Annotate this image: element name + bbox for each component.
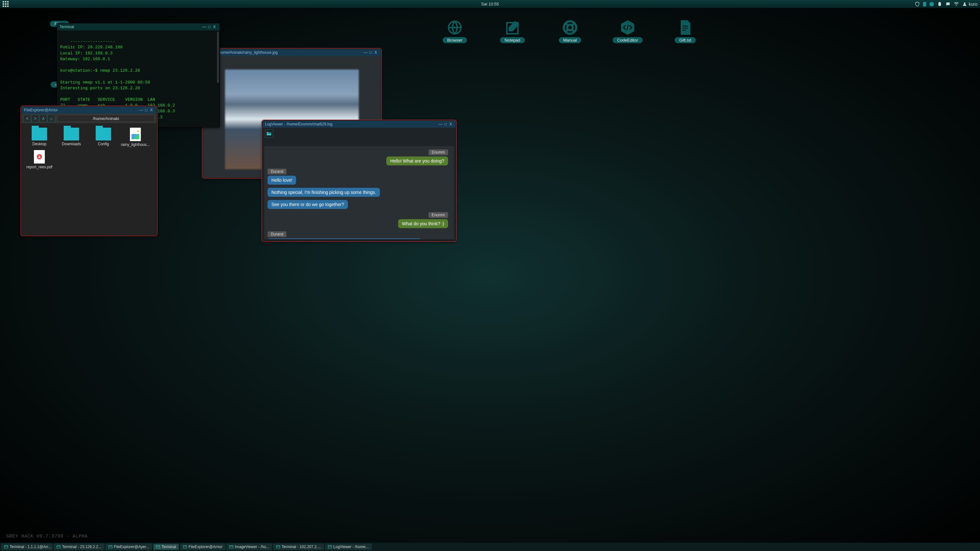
svg-rect-22 — [328, 546, 332, 548]
clock: Sat 10:55 — [481, 2, 499, 6]
window-icon — [276, 545, 280, 548]
pdf-file-icon — [34, 150, 45, 164]
fileexplorer-window[interactable]: FileExplorer@Arrior — □ X < > ∧ ⌂ /home/… — [21, 106, 157, 235]
taskbar-label: Terminal - 1.1.1.1@Arr... — [10, 545, 51, 549]
svg-rect-0 — [939, 2, 941, 6]
file-label: rainy_lighthous... — [121, 142, 150, 147]
taskbar-item[interactable]: Terminal — [153, 544, 179, 550]
folder-icon — [32, 128, 47, 140]
file-icon — [676, 19, 695, 36]
explorer-titlebar[interactable]: FileExplorer@Arrior — □ X — [21, 106, 156, 114]
version-text: GREY HACK V0.7.3799 - ALPHA — [6, 534, 88, 539]
close-button[interactable]: X — [448, 122, 453, 126]
folder-icon — [64, 128, 79, 140]
sender-tag: Durand — [267, 231, 286, 237]
taskbar-item[interactable]: FileExplorer@Ayer... — [106, 544, 152, 550]
svg-point-2 — [964, 2, 965, 4]
maximize-button[interactable]: □ — [368, 50, 373, 55]
system-tray: kuro — [915, 2, 977, 7]
close-button[interactable]: X — [373, 50, 378, 55]
wifi-icon[interactable] — [954, 2, 959, 7]
minimize-button[interactable]: — — [138, 108, 144, 112]
user-menu[interactable]: kuro — [962, 2, 977, 7]
explorer-file-grid[interactable]: DesktopDownloadsConfigrainy_lighthous...… — [21, 123, 156, 228]
globe-icon — [445, 19, 465, 36]
taskbar-item[interactable]: Terminal - 102.207.2.... — [273, 544, 324, 550]
taskbar-item[interactable]: LogViewer - /home... — [325, 544, 372, 550]
lifebuoy-icon — [560, 19, 580, 36]
imageviewer-title: iewer - /home/Aninaki/rainy_lighthouse.j… — [205, 50, 363, 55]
chat-bubble: Hello! What are you doing? — [386, 156, 448, 165]
window-icon — [108, 545, 112, 548]
file-item[interactable]: Desktop — [24, 128, 55, 147]
terminal-titlebar[interactable]: Terminal — □ X — [57, 23, 220, 30]
taskbar-item[interactable]: FileExplorer@Arrior — [180, 544, 225, 550]
file-item[interactable]: Downloads — [56, 128, 87, 147]
shield-icon[interactable] — [915, 2, 920, 7]
maximize-button[interactable]: □ — [144, 108, 149, 112]
folder-open-icon — [266, 131, 272, 136]
logviewer-titlebar[interactable]: LogViewer - /home/Enumm/chat629.log — □ … — [262, 121, 456, 128]
sender-tag: Enumm — [428, 149, 448, 155]
scrollbar-thumb[interactable] — [217, 32, 219, 83]
taskbar-item[interactable]: Terminal - 23.126.2.2... — [54, 544, 104, 550]
tray-indicator-2[interactable] — [929, 2, 934, 6]
desktop-icon-codeeditor[interactable]: CodeEditor — [612, 19, 644, 43]
window-icon — [57, 545, 60, 548]
chat-icon[interactable] — [945, 2, 951, 7]
chat-message: See you there or do we go together? — [267, 200, 448, 211]
chat-message: EnummWhat do you think? :) — [267, 212, 448, 230]
open-file-button[interactable] — [265, 129, 273, 138]
file-label: Desktop — [32, 142, 46, 146]
desktop-icon-notepad[interactable]: Notepad — [496, 19, 528, 43]
close-button[interactable]: X — [149, 108, 154, 112]
window-icon — [4, 545, 8, 548]
sender-tag: Enumm — [428, 212, 448, 218]
desktop-icon-gift[interactable]: Gift.txt — [669, 19, 701, 43]
nav-forward-button[interactable]: > — [31, 114, 39, 122]
file-label: report_rees.pdf — [26, 165, 52, 169]
desktop-icon-label: Gift.txt — [675, 37, 696, 43]
logviewer-body: EnummHello! What are you doing?DurandHel… — [262, 128, 456, 241]
svg-rect-10 — [57, 546, 60, 548]
svg-rect-20 — [276, 546, 280, 548]
minimize-button[interactable]: — — [438, 122, 443, 126]
file-label: Config — [98, 142, 109, 146]
minimize-button[interactable]: — — [202, 25, 207, 29]
taskbar-item[interactable]: ImageViewer - /ho... — [227, 544, 272, 550]
desktop-icon-browser[interactable]: Browser — [439, 19, 471, 43]
svg-rect-8 — [5, 546, 8, 548]
nav-home-button[interactable]: ⌂ — [48, 114, 55, 122]
menubar: Sat 10:55 kuro — [0, 0, 980, 8]
file-item[interactable]: report_rees.pdf — [24, 150, 55, 169]
clipboard-icon[interactable] — [937, 2, 942, 7]
tray-indicator-1[interactable] — [923, 2, 926, 6]
nav-back-button[interactable]: < — [23, 114, 31, 122]
imageviewer-titlebar[interactable]: iewer - /home/Aninaki/rainy_lighthouse.j… — [203, 49, 381, 56]
chat-log[interactable]: EnummHello! What are you doing?DurandHel… — [264, 146, 454, 239]
file-label: Downloads — [62, 142, 81, 146]
window-icon — [328, 545, 332, 548]
nav-up-button[interactable]: ∧ — [39, 114, 47, 122]
svg-rect-18 — [229, 546, 233, 548]
maximize-button[interactable]: □ — [443, 122, 448, 126]
taskbar-label: LogViewer - /home... — [334, 545, 369, 549]
apps-menu-icon[interactable] — [3, 1, 9, 7]
taskbar-item[interactable]: Terminal - 1.1.1.1@Arr... — [1, 544, 52, 550]
window-icon — [156, 545, 160, 548]
desktop-icon-manual[interactable]: Manual — [554, 19, 586, 43]
close-button[interactable]: X — [212, 25, 217, 29]
file-item[interactable]: rainy_lighthous... — [120, 128, 151, 147]
path-field[interactable]: /home/Aninaki — [57, 115, 154, 122]
logviewer-window[interactable]: LogViewer - /home/Enumm/chat629.log — □ … — [262, 120, 456, 241]
chat-message: Nothing special, I'm finishing picking u… — [267, 188, 448, 199]
chat-message: DurandHello love! — [267, 168, 448, 187]
chat-bubble: Nothing special, I'm finishing picking u… — [267, 188, 380, 197]
file-item[interactable]: Config — [88, 128, 119, 147]
minimize-button[interactable]: — — [363, 50, 368, 55]
notepad-icon — [503, 19, 522, 36]
maximize-button[interactable]: □ — [207, 25, 212, 29]
taskbar-label: ImageViewer - /ho... — [235, 545, 269, 549]
chat-message: DurandHaha okay, hey by the way, I'm try… — [267, 231, 448, 239]
folder-icon — [96, 128, 111, 140]
